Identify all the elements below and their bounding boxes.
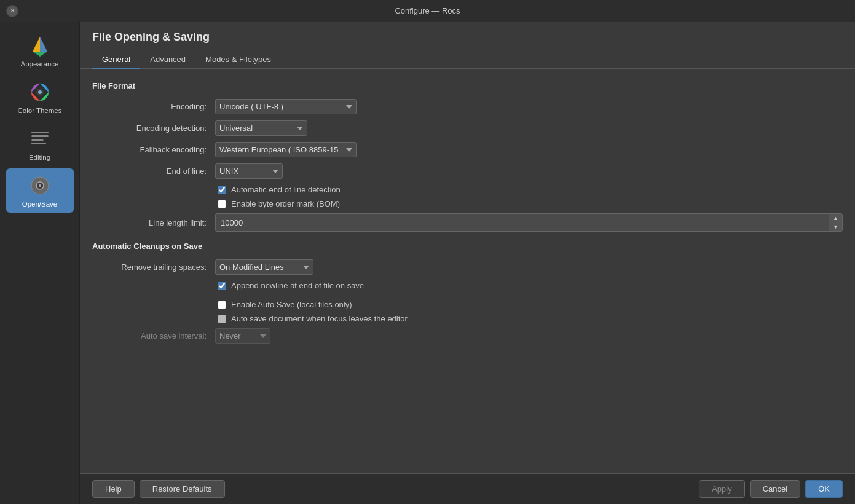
settings-panel: File Format Encoding: Unicode ( UTF-8 ) …	[80, 69, 855, 473]
autosave-enable-row: Enable Auto Save (local files only)	[92, 300, 843, 309]
auto-cleanup-section-title: Automatic Cleanups on Save	[92, 242, 843, 251]
encoding-label: Encoding:	[92, 102, 215, 111]
tab-general[interactable]: General	[92, 51, 140, 69]
svg-rect-10	[31, 139, 44, 141]
bom-checkbox[interactable]	[218, 200, 226, 208]
auto-eol-row: Automatic end of line detection	[218, 185, 843, 194]
line-length-label: Line length limit:	[92, 218, 215, 227]
sidebar-item-editing[interactable]: Editing	[6, 122, 74, 166]
window-title: Configure — Rocs	[395, 6, 460, 15]
editing-icon	[28, 127, 52, 151]
cancel-button[interactable]: Cancel	[750, 480, 800, 498]
autosave-interval-row: Auto save interval: Never 1 minute 5 min…	[92, 328, 843, 344]
fallback-encoding-select[interactable]: Western European ( ISO 8859-15 ) UTF-8 L…	[215, 142, 357, 157]
page-title: File Opening & Saving	[92, 31, 843, 44]
line-length-up[interactable]: ▲	[829, 214, 842, 222]
append-newline-checkbox[interactable]	[218, 282, 226, 290]
svg-point-14	[39, 184, 41, 187]
autosave-interval-select[interactable]: Never 1 minute 5 minutes 10 minutes	[215, 328, 270, 344]
line-length-spinner: ▲ ▼	[829, 213, 843, 232]
encoding-detection-row: Encoding detection: Universal None Langu…	[92, 120, 843, 136]
autosave-checkbox[interactable]	[218, 301, 226, 309]
sidebar-item-appearance-label: Appearance	[20, 60, 58, 68]
encoding-select[interactable]: Unicode ( UTF-8 ) UTF-16 Latin-1 ASCII	[215, 99, 357, 114]
svg-marker-2	[40, 37, 47, 52]
svg-marker-4	[33, 37, 40, 52]
tabs-bar: General Advanced Modes & Filetypes	[80, 51, 855, 69]
title-bar: ✕ Configure — Rocs	[0, 0, 855, 22]
sidebar-item-editing-label: Editing	[29, 154, 50, 161]
ok-button[interactable]: OK	[805, 480, 843, 498]
tab-advanced[interactable]: Advanced	[140, 51, 195, 69]
line-length-input[interactable]	[215, 213, 829, 232]
sidebar: Appearance Color Themes	[0, 22, 80, 504]
sidebar-item-appearance[interactable]: Appearance	[6, 28, 74, 73]
autosave-focus-row: Auto save document when focus leaves the…	[218, 314, 843, 323]
bom-label[interactable]: Enable byte order mark (BOM)	[231, 199, 340, 208]
end-of-line-select[interactable]: UNIX Windows Mac OS	[215, 163, 283, 179]
append-newline-label[interactable]: Append newline at end of file on save	[231, 281, 364, 290]
encoding-detection-select[interactable]: Universal None Language specific	[215, 120, 307, 136]
footer-left: Help Restore Defaults	[92, 480, 225, 498]
help-button[interactable]: Help	[92, 480, 135, 498]
color-themes-icon	[28, 80, 52, 104]
trailing-spaces-row: Remove trailing spaces: On Modified Line…	[92, 259, 843, 275]
close-button[interactable]: ✕	[6, 5, 18, 17]
sidebar-item-colorthemes-label: Color Themes	[17, 107, 61, 114]
file-format-section-title: File Format	[92, 81, 843, 90]
auto-eol-label[interactable]: Automatic end of line detection	[231, 185, 341, 194]
svg-marker-3	[33, 52, 47, 57]
line-length-input-wrap: ▲ ▼	[215, 213, 843, 232]
autosave-interval-wrap: Never 1 minute 5 minutes 10 minutes	[215, 328, 270, 344]
footer: Help Restore Defaults Apply Cancel OK	[80, 473, 855, 504]
sidebar-item-opensave-label: Open/Save	[22, 200, 58, 208]
svg-rect-9	[31, 135, 49, 137]
content-area: File Opening & Saving General Advanced M…	[80, 22, 855, 504]
auto-eol-checkbox[interactable]	[218, 186, 226, 194]
line-length-row: Line length limit: ▲ ▼	[92, 213, 843, 232]
tab-modes-filetypes[interactable]: Modes & Filetypes	[195, 51, 281, 69]
main-container: Appearance Color Themes	[0, 22, 855, 504]
line-length-down[interactable]: ▼	[829, 222, 842, 231]
trailing-spaces-label: Remove trailing spaces:	[92, 262, 215, 272]
autosave-interval-label: Auto save interval:	[92, 331, 215, 341]
svg-rect-11	[31, 143, 46, 144]
svg-rect-8	[31, 132, 49, 133]
fallback-encoding-row: Fallback encoding: Western European ( IS…	[92, 142, 843, 157]
append-newline-row: Append newline at end of file on save	[218, 281, 843, 290]
svg-point-7	[38, 90, 42, 94]
encoding-detection-label: Encoding detection:	[92, 124, 215, 133]
trailing-spaces-select[interactable]: On Modified Lines None All Lines	[215, 259, 313, 275]
fallback-encoding-label: Fallback encoding:	[92, 145, 215, 154]
apply-button[interactable]: Apply	[699, 480, 745, 498]
sidebar-item-color-themes[interactable]: Color Themes	[6, 75, 74, 119]
footer-right: Apply Cancel OK	[699, 480, 843, 498]
autosave-focus-checkbox[interactable]	[218, 315, 226, 323]
encoding-row: Encoding: Unicode ( UTF-8 ) UTF-16 Latin…	[92, 99, 843, 114]
appearance-icon	[28, 33, 52, 58]
bom-row: Enable byte order mark (BOM)	[218, 199, 843, 208]
open-save-icon	[28, 173, 52, 198]
end-of-line-label: End of line:	[92, 167, 215, 176]
sidebar-item-opensave[interactable]: Open/Save	[6, 168, 74, 213]
end-of-line-row: End of line: UNIX Windows Mac OS	[92, 163, 843, 179]
page-header: File Opening & Saving	[80, 22, 855, 51]
restore-defaults-button[interactable]: Restore Defaults	[140, 480, 225, 498]
autosave-label[interactable]: Enable Auto Save (local files only)	[231, 300, 352, 309]
autosave-focus-label[interactable]: Auto save document when focus leaves the…	[231, 314, 408, 323]
